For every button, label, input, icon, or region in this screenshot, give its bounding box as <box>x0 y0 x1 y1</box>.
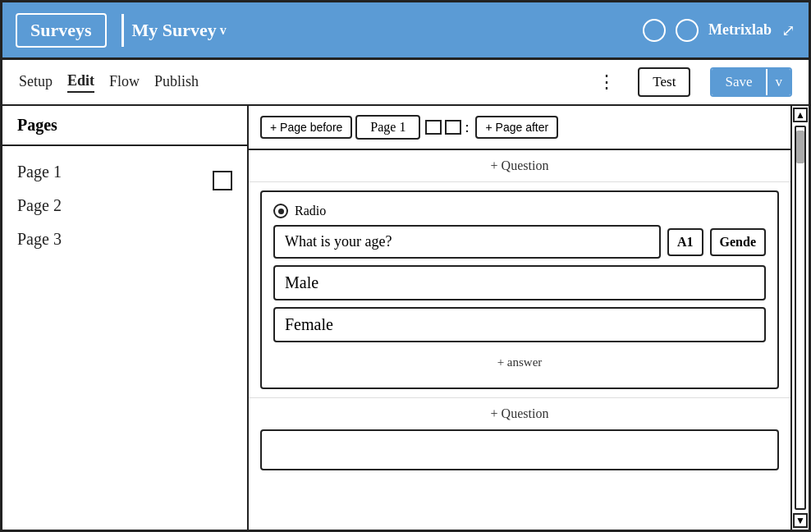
view-icons <box>425 120 461 135</box>
nav-setup[interactable]: Setup <box>19 73 53 92</box>
add-answer-button[interactable]: + answer <box>273 349 766 376</box>
surveys-label: Surveys <box>30 20 92 40</box>
sidebar-item-page3[interactable]: Page 3 <box>17 227 232 252</box>
toolbar: Setup Edit Flow Publish ⋮ Test Save v <box>2 60 809 106</box>
header-divider <box>121 14 124 47</box>
question-block: Radio A1 Gende + answer <box>260 190 779 389</box>
radio-circle <box>273 204 288 218</box>
question-row: A1 Gende <box>273 225 766 259</box>
page-tabs: + Page before Page 1 : + Page after <box>249 106 790 150</box>
radio-dot <box>278 209 284 214</box>
tag-gender[interactable]: Gende <box>710 228 766 256</box>
answer-female-input[interactable] <box>273 307 766 342</box>
add-page-after-button[interactable]: + Page after <box>475 116 558 139</box>
question-area: + Question Radio <box>249 150 790 530</box>
more-options-icon[interactable]: ⋮ <box>598 71 618 93</box>
add-question-top[interactable]: + Question <box>249 150 790 182</box>
test-button[interactable]: Test <box>638 67 690 97</box>
header: Surveys My Survey v Metrixlab ⤢ <box>2 2 809 60</box>
toolbar-nav: Setup Edit Flow Publish <box>19 72 199 93</box>
chevron-down-icon: v <box>220 23 227 38</box>
expand-icon[interactable]: ⤢ <box>781 21 795 40</box>
scrollbar-down-button[interactable]: ▼ <box>793 513 808 528</box>
sidebar-item-page1[interactable]: Page 1 <box>17 159 232 185</box>
add-page-before-button[interactable]: + Page before <box>260 116 352 139</box>
survey-name[interactable]: My Survey v <box>132 20 227 41</box>
add-question-bottom[interactable]: + Question <box>249 397 790 429</box>
content-area: + Page before Page 1 : + Page after + Qu… <box>249 106 790 530</box>
scrollbar: ▲ ▼ <box>790 106 809 530</box>
nav-edit[interactable]: Edit <box>67 72 94 93</box>
question-block-empty <box>260 429 779 470</box>
save-button[interactable]: Save <box>712 69 765 95</box>
save-group: Save v <box>710 67 792 97</box>
surveys-tab[interactable]: Surveys <box>16 13 107 48</box>
grid-view-icon-1[interactable] <box>425 120 442 135</box>
question-type-label: Radio <box>295 204 326 218</box>
nav-flow[interactable]: Flow <box>109 73 140 92</box>
grid-view-icon-2[interactable] <box>445 120 461 135</box>
nav-publish[interactable]: Publish <box>154 73 199 92</box>
answer-male-input[interactable] <box>273 265 766 300</box>
question-text-input[interactable] <box>273 225 661 259</box>
header-right: Metrixlab ⤢ <box>643 19 795 42</box>
page2-checkbox[interactable] <box>213 171 232 190</box>
sidebar-pages: Page 1 Page 2 Page 3 <box>2 146 247 265</box>
brand-name: Metrixlab <box>708 21 772 39</box>
main-content: Pages Page 1 Page 2 Page 3 + Page before… <box>2 106 809 530</box>
radio-icon <box>273 204 288 218</box>
options-icon[interactable]: : <box>465 119 469 136</box>
circle-icon-1 <box>643 19 666 42</box>
scrollbar-up-button[interactable]: ▲ <box>793 108 808 122</box>
sidebar-header: Pages <box>2 106 247 146</box>
question-type: Radio <box>273 204 766 218</box>
save-dropdown-button[interactable]: v <box>766 69 791 95</box>
sidebar-item-page2[interactable]: Page 2 <box>17 193 232 218</box>
scrollbar-track <box>795 126 806 510</box>
tag-a1[interactable]: A1 <box>667 228 703 256</box>
circle-icon-2 <box>676 19 699 42</box>
sidebar: Pages Page 1 Page 2 Page 3 <box>2 106 249 530</box>
scrollbar-thumb[interactable] <box>796 131 804 163</box>
page-1-tab[interactable]: Page 1 <box>355 115 420 140</box>
app-window: Surveys My Survey v Metrixlab ⤢ Setup Ed… <box>0 0 811 532</box>
